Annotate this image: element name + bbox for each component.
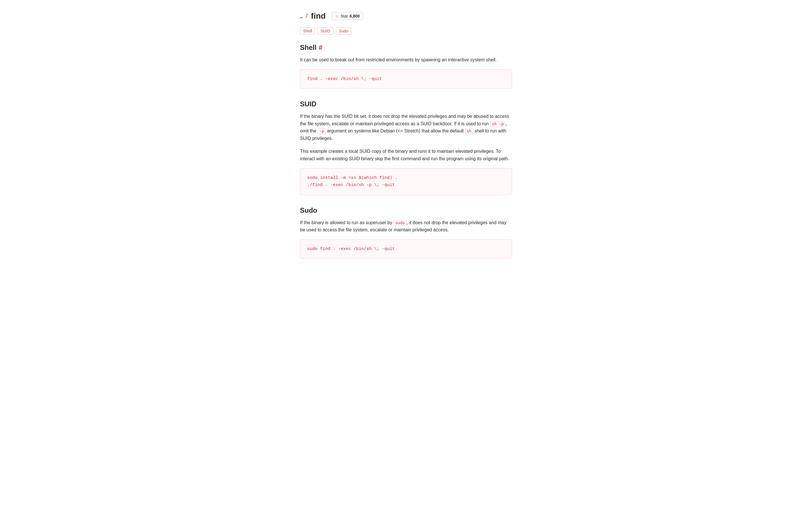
star-button[interactable]: ☆ Star 6,800: [331, 12, 364, 20]
section-suid-description-1: If the binary has the SUID bit set, it d…: [300, 113, 512, 142]
section-sudo: Sudo If the binary is allowed to run as …: [300, 206, 512, 259]
section-sudo-description: If the binary is allowed to run as super…: [300, 219, 512, 234]
sudo-code-line-1: sudo find . -exec /bin/sh \; -quit: [307, 245, 505, 253]
section-shell-heading: Shell #: [300, 44, 512, 52]
section-shell-description: It can be used to break out from restric…: [300, 56, 512, 64]
section-suid-description-2: This example creates a local SUID copy o…: [300, 147, 512, 162]
page-title: find: [311, 11, 325, 20]
shell-code-line-1: find . -exec /bin/sh \; -quit: [307, 75, 505, 83]
tags-row: Shell SUID Sudo: [300, 28, 512, 34]
header-row: .. / find ☆ Star 6,800: [300, 11, 512, 20]
section-suid: SUID If the binary has the SUID bit set,…: [300, 100, 512, 195]
inline-code-sh-p: sh -p: [490, 121, 505, 127]
section-sudo-heading: Sudo: [300, 206, 512, 214]
section-sudo-title: Sudo: [300, 206, 317, 214]
suid-code-block: sudo install -m =xs $(which find) . ./fi…: [300, 168, 512, 195]
tag-shell[interactable]: Shell: [300, 28, 315, 34]
star-label: Star: [341, 14, 348, 18]
page-container: .. / find ☆ Star 6,800 Shell SUID Sudo S…: [288, 11, 524, 259]
star-count: 6,800: [350, 14, 360, 18]
inline-code-sh: sh: [465, 128, 473, 134]
shell-code-block: find . -exec /bin/sh \; -quit: [300, 69, 512, 89]
inline-code-sudo: sudo: [393, 220, 407, 226]
star-icon: ☆: [335, 14, 339, 18]
tag-sudo[interactable]: Sudo: [336, 28, 352, 34]
inline-code-p: -p: [317, 128, 326, 134]
suid-code-line-1: sudo install -m =xs $(which find) .: [307, 174, 505, 182]
tag-suid[interactable]: SUID: [317, 28, 333, 34]
section-suid-heading: SUID: [300, 100, 512, 108]
section-shell-title: Shell: [300, 44, 316, 52]
section-suid-title: SUID: [300, 100, 316, 108]
section-shell: Shell # It can be used to break out from…: [300, 44, 512, 89]
breadcrumb-separator: /: [306, 12, 307, 20]
section-shell-hash-link[interactable]: #: [319, 44, 322, 52]
suid-code-line-2: ./find . -exec /bin/sh -p \; -quit: [307, 181, 505, 189]
breadcrumb-dots: ..: [300, 12, 302, 20]
sudo-code-block: sudo find . -exec /bin/sh \; -quit: [300, 239, 512, 259]
